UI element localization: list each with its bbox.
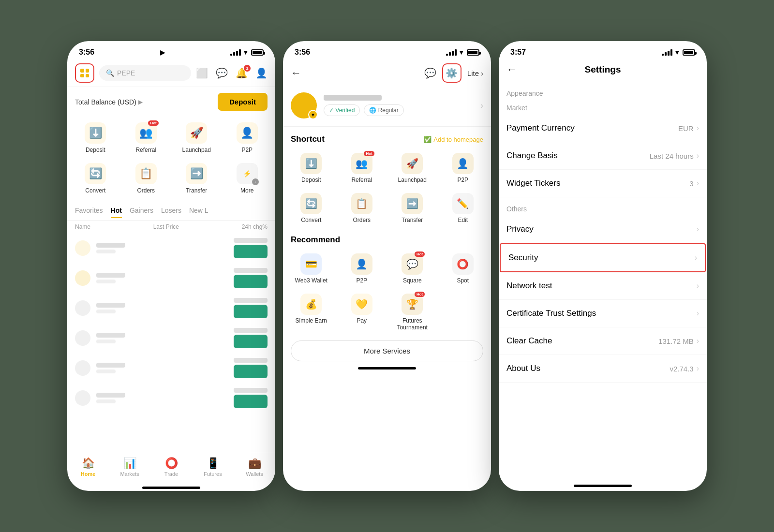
recommend-title: Recommend [291,235,340,245]
table-row[interactable] [67,383,275,413]
support-icon[interactable]: 💬 [216,67,228,79]
action-referral[interactable]: 👥 Hot Referral [122,118,171,157]
regular-tag: 🌐 Regular [364,104,403,116]
lite-label: Lite [467,69,479,77]
home-indicator-2 [358,367,416,369]
action-transfer[interactable]: ➡️ Transfer [172,159,221,198]
markets-icon: 📊 [123,457,136,470]
location-arrow-icon: ▶ [160,49,165,56]
bell-icon[interactable]: 🔔 1 [236,67,248,79]
action-convert[interactable]: 🔄 Convert [71,159,120,198]
gear-button[interactable]: ⚙️ [442,63,461,83]
time-3: 3:57 [510,48,526,57]
table-row[interactable] [67,263,275,293]
nav-trade[interactable]: ⭕ Trade [150,457,192,477]
square-icon: 💬 Hot [402,253,423,275]
chevron-icon-5: › [695,253,697,262]
tab-gainers[interactable]: Gainers [130,204,153,218]
recommend-square[interactable]: 💬 Hot Square [388,250,437,288]
recommend-p2p[interactable]: 👤 P2P [338,250,387,288]
simpleearn-icon: 💰 [300,294,322,315]
back-button-2[interactable]: ← [291,67,301,79]
section-label-others: Others [499,197,707,216]
settings-item-clear-cache[interactable]: Clear Cache 131.72 MB › [499,327,707,355]
shortcut-referral[interactable]: 👥 Hot Referral [338,149,387,187]
time-2: 3:56 [295,48,310,57]
chevron-icon-9: › [697,364,699,373]
nav-trade-label: Trade [164,471,178,477]
back-button-3[interactable]: ← [506,63,517,76]
add-to-homepage-button[interactable]: ✅ Add to homepage [424,136,483,143]
hot-badge-futures: Hot [415,292,425,297]
hot-badge-referral: Hot [364,151,374,156]
network-test-label: Network test [506,281,552,291]
shortcut-launchpad[interactable]: 🚀 Launchpad [388,149,437,187]
tab-losers[interactable]: Losers [161,204,181,218]
recommend-spot[interactable]: ⭕ Spot [439,250,488,288]
battery-icon-2 [467,49,479,56]
deposit-button[interactable]: Deposit [218,93,268,111]
shortcut-edit[interactable]: ✏️ Edit [439,189,488,227]
recommend-simpleearn[interactable]: 💰 Simple Earn [287,290,336,335]
recommend-grid: 💳 Web3 Wallet 👤 P2P 💬 Hot Square ⭕ Sp [283,250,491,335]
shortcut-orders[interactable]: 📋 Orders [338,189,387,227]
settings-item-cert-trust[interactable]: Certificate Trust Settings › [499,300,707,327]
settings-item-payment-currency[interactable]: Payment Currency EUR › [499,115,707,142]
home-indicator-3 [574,485,632,487]
settings-item-about-us[interactable]: About Us v2.74.3 › [499,355,707,383]
shortcut-transfer[interactable]: ➡️ Transfer [388,189,437,227]
shortcut-section-header: Shortcut ✅ Add to homepage [283,127,491,149]
recommend-pay[interactable]: 💛 Pay [338,290,387,335]
action-p2p[interactable]: 👤 P2P [223,118,272,157]
profile-row[interactable]: ▼ ✓ Verified 🌐 Regular › [283,89,491,127]
lite-button[interactable]: Lite › [467,69,483,77]
table-row[interactable] [67,323,275,353]
nav-futures-label: Futures [204,471,222,477]
settings-list: Appearance Market Payment Currency EUR ›… [499,82,707,485]
widget-tickers-label: Widget Tickers [506,178,560,188]
chevron-icon-4: › [697,225,699,234]
nav-futures[interactable]: 📱 Futures [192,457,234,477]
balance-arrow: ▶ [138,99,143,105]
tab-hot[interactable]: Hot [111,204,122,218]
shortcut-deposit[interactable]: ⬇️ Deposit [287,149,336,187]
quick-actions-grid: ⬇️ Deposit 👥 Hot Referral 🚀 Launchpad 👤 [67,115,275,202]
profile-icon[interactable]: 👤 [255,67,268,79]
action-orders[interactable]: 📋 Orders [122,159,171,198]
settings-item-security[interactable]: Security › [500,243,706,272]
shortcut-convert[interactable]: 🔄 Convert [287,189,336,227]
status-bar-3: 3:57 ▾ [499,41,707,59]
action-launchpad[interactable]: 🚀 Launchpad [172,118,221,157]
grid-icon-button[interactable] [75,63,94,83]
settings-item-privacy[interactable]: Privacy › [499,216,707,243]
tab-new[interactable]: New L [189,204,208,218]
support-icon-2[interactable]: 💬 [424,67,436,79]
p2p-rec-icon: 👤 [351,253,372,275]
nav-home[interactable]: 🏠 Home [67,457,109,477]
nav-markets[interactable]: 📊 Markets [109,457,150,477]
table-row[interactable] [67,293,275,323]
recommend-web3wallet[interactable]: 💳 Web3 Wallet [287,250,336,288]
widget-tickers-value: 3 [689,179,693,188]
search-input[interactable]: PEPE [117,69,135,77]
table-row[interactable] [67,353,275,383]
shortcut-p2p[interactable]: 👤 P2P [439,149,488,187]
col-change: 24h chg% [242,223,268,230]
nav-wallets[interactable]: 💼 Wallets [234,457,275,477]
signal-icon-2 [446,49,457,56]
battery-icon [251,49,264,56]
action-more[interactable]: ⚡ + More [223,159,272,198]
settings-item-widget-tickers[interactable]: Widget Tickers 3 › [499,170,707,197]
search-bar[interactable]: 🔍 PEPE [99,65,191,81]
more-services-button[interactable]: More Services [291,340,483,361]
settings-item-network-test[interactable]: Network test › [499,272,707,300]
tab-favorites[interactable]: Favorites [75,204,103,218]
action-deposit[interactable]: ⬇️ Deposit [71,118,120,157]
profile-tags: ✓ Verified 🌐 Regular [324,104,474,116]
scan-icon[interactable]: ⬜ [196,67,208,79]
table-row[interactable] [67,233,275,263]
settings-item-change-basis[interactable]: Change Basis Last 24 hours › [499,142,707,170]
change-basis-label: Change Basis [506,151,558,161]
recommend-futures-tournament[interactable]: 🏆 Hot FuturesTournament [388,290,437,335]
hot-badge: Hot [148,120,158,126]
